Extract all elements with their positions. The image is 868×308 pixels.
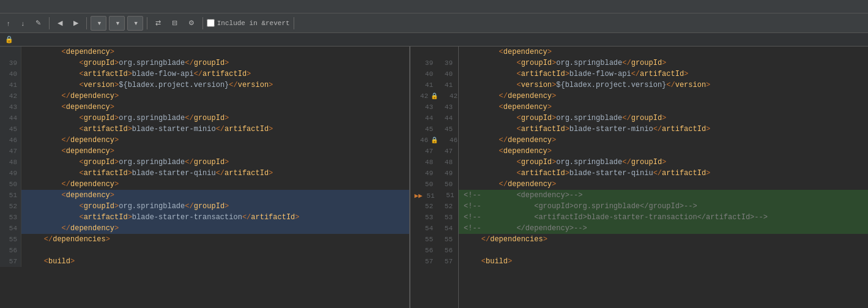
include-revert-checkbox[interactable] xyxy=(207,19,215,27)
left-line-content: </dependency> xyxy=(21,179,409,190)
left-line-8: 46 </dependency> xyxy=(0,135,409,146)
mid-line-4: 42🔒42 xyxy=(410,91,458,102)
right-line-3: <version>${bladex.project.version}</vers… xyxy=(459,80,868,91)
left-line-num: 57 xyxy=(0,256,21,267)
help-button[interactable] xyxy=(298,16,306,31)
left-line-num: 40 xyxy=(0,69,21,80)
include-revert-text: Include in &revert xyxy=(217,20,290,27)
left-line-num: 46 xyxy=(0,135,21,146)
right-line-9: <dependency> xyxy=(459,146,868,157)
right-code: <dependency> <groupId>org.springblade</g… xyxy=(459,47,868,267)
left-line-content: <groupId>org.springblade</groupId> xyxy=(21,157,409,168)
mid-left-num: 42 xyxy=(411,92,428,100)
mid-left-num: 54 xyxy=(416,225,433,232)
settings-button[interactable]: ⚙ xyxy=(184,16,199,31)
mid-line-15: 5353 xyxy=(410,212,458,223)
right-panel: <dependency> <groupId>org.springblade</g… xyxy=(459,47,868,308)
mid-left-num: 40 xyxy=(416,70,433,78)
mid-left-num: 41 xyxy=(416,81,433,89)
nav-up-icon: ↑ xyxy=(7,20,10,27)
separator-3 xyxy=(147,17,147,29)
highlight-dropdown[interactable]: ▼ xyxy=(127,16,143,31)
left-line-content: <build> xyxy=(21,256,409,267)
mid-left-num: 53 xyxy=(416,214,433,221)
mid-right-num: 45 xyxy=(436,126,453,133)
left-line-content: <dependency> xyxy=(21,146,409,157)
mid-right-num: 56 xyxy=(436,247,453,254)
collapse-button[interactable]: ⊟ xyxy=(168,16,182,31)
mid-line-7: 4545 xyxy=(410,124,458,135)
left-line-num: 53 xyxy=(0,212,21,223)
mid-line-10: 4848 xyxy=(410,157,458,168)
right-line-16: <!-- </dependency>--> xyxy=(459,223,868,234)
left-line-content: </dependency> xyxy=(21,223,409,234)
left-line-content: <groupId>org.springblade</groupId> xyxy=(21,113,409,124)
nav-forward-button[interactable]: ▶ xyxy=(69,16,83,31)
mid-right-num: 57 xyxy=(436,258,453,265)
ignore-dropdown[interactable]: ▼ xyxy=(109,16,125,31)
mid-right-num: 47 xyxy=(436,148,453,155)
right-line-content: <!-- </dependency>--> xyxy=(459,223,868,234)
mid-right-num: 40 xyxy=(436,70,453,78)
mid-line-16: 5454 xyxy=(410,223,458,234)
separator-1 xyxy=(49,17,50,29)
left-line-2: 40 <artifactId>blade-flow-api</artifactI… xyxy=(0,69,409,80)
mid-line-11: 4949 xyxy=(410,168,458,179)
mid-line-9: 4747 xyxy=(410,146,458,157)
sync-button[interactable]: ⇄ xyxy=(151,16,165,31)
nav-up-button[interactable]: ↑ xyxy=(2,16,15,31)
left-panel: <dependency>39 <groupId>org.springblade<… xyxy=(0,47,410,308)
left-line-15: 53 <artifactId>blade-starter-transaction… xyxy=(0,212,409,223)
left-line-content: </dependency> xyxy=(21,135,409,146)
right-line-19: <build> xyxy=(459,256,868,267)
left-line-num: 49 xyxy=(0,168,21,179)
mid-line-17: 5555 xyxy=(410,234,458,245)
middle-gutter: 39394040414142🔒4243434444454546🔒46474748… xyxy=(410,47,459,308)
nav-down-icon: ↓ xyxy=(21,20,25,27)
left-line-content: <version>${bladex.project.version}</vers… xyxy=(21,80,409,91)
right-line-content: <dependency> xyxy=(459,102,868,113)
mid-right-num: 49 xyxy=(436,170,453,177)
mid-line-18: 5656 xyxy=(410,245,458,256)
left-line-num: 41 xyxy=(0,80,21,91)
left-line-14: 52 <groupId>org.springblade</groupId> xyxy=(0,201,409,212)
right-line-content: <groupId>org.springblade</groupId> xyxy=(459,113,868,124)
mid-line-12: 5050 xyxy=(410,179,458,190)
separator-2 xyxy=(86,17,87,29)
mid-line-2: 4040 xyxy=(410,69,458,80)
sync-icon: ⇄ xyxy=(155,19,161,27)
edit-button[interactable]: ✎ xyxy=(31,16,45,31)
nav-down-button[interactable]: ↓ xyxy=(17,16,29,31)
left-line-7: 45 <artifactId>blade-starter-minio</arti… xyxy=(0,124,409,135)
left-line-content: <artifactId>blade-starter-transaction</a… xyxy=(21,212,409,223)
left-line-num: 51 xyxy=(0,190,21,201)
left-line-num: 44 xyxy=(0,113,21,124)
viewer-dropdown[interactable]: ▼ xyxy=(91,16,106,31)
mid-right-num: 44 xyxy=(436,115,453,122)
lock-icon: 🔒 xyxy=(5,36,13,43)
left-line-content: <dependency> xyxy=(21,190,409,201)
mid-right-num: 53 xyxy=(436,214,453,221)
include-revert-label[interactable]: Include in &revert xyxy=(207,19,290,27)
left-line-num: 47 xyxy=(0,146,21,157)
nav-back-button[interactable]: ◀ xyxy=(53,16,67,31)
toolbar: ↑ ↓ ✎ ◀ ▶ ▼ ▼ ▼ ⇄ ⊟ ⚙ Include in &revert xyxy=(0,13,868,33)
mid-line-3: 4141 xyxy=(410,80,458,91)
left-line-content: <groupId>org.springblade</groupId> xyxy=(21,58,409,69)
right-line-13: <!-- <dependency>--> xyxy=(459,190,868,201)
mid-right-num: 55 xyxy=(436,236,453,243)
diff-area: <dependency>39 <groupId>org.springblade<… xyxy=(0,47,868,308)
right-line-content: <artifactId>blade-starter-minio</artifac… xyxy=(459,124,868,135)
title-bar xyxy=(0,0,868,13)
mid-left-num: 39 xyxy=(416,59,433,67)
right-line-content: </dependencies> xyxy=(459,234,868,245)
left-line-content: <artifactId>blade-starter-minio</artifac… xyxy=(21,124,409,135)
right-line-content: <version>${bladex.project.version}</vers… xyxy=(459,80,868,91)
edit-icon: ✎ xyxy=(35,19,41,27)
mid-right-num: 46 xyxy=(440,137,458,144)
back-icon: ◀ xyxy=(57,19,62,27)
right-line-content: <artifactId>blade-flow-api</artifactId> xyxy=(459,69,868,80)
left-line-num: 56 xyxy=(0,245,21,256)
left-line-num xyxy=(0,47,21,58)
mid-line-5: 4343 xyxy=(410,102,458,113)
